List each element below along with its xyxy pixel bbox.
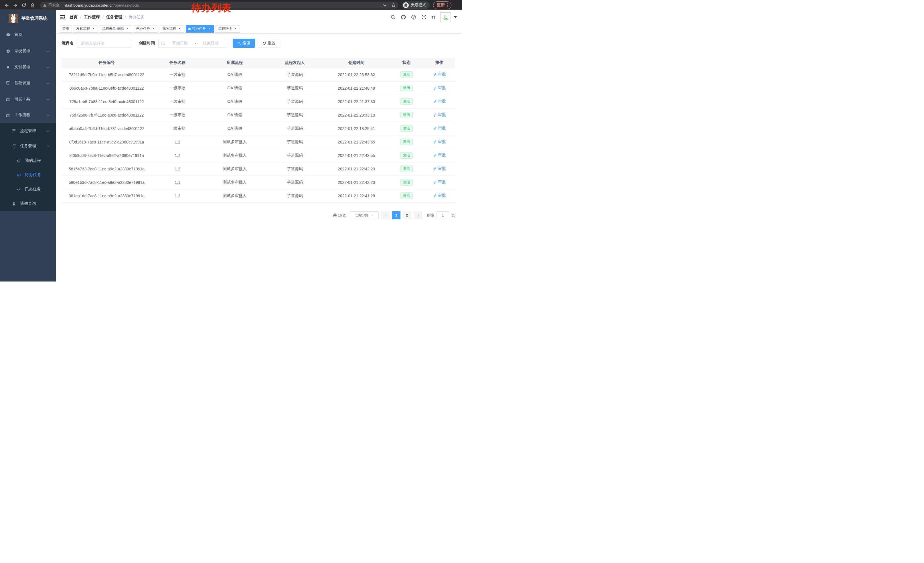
tab-发起流程[interactable]: 发起流程× — [74, 25, 98, 33]
next-page-button[interactable]: › — [414, 211, 422, 219]
approve-link[interactable]: 审批 — [433, 126, 446, 131]
cell-starter: 芋道源码 — [266, 135, 324, 149]
tab-待办任务[interactable]: 待办任务× — [186, 25, 214, 33]
saved-password-key-icon[interactable] — [382, 3, 387, 8]
create-time-range-picker[interactable]: 开始日期 - 结束日期 — [158, 39, 227, 48]
search-icon[interactable] — [390, 15, 396, 20]
chevron-up-icon — [46, 114, 50, 117]
avatar-caret-icon[interactable] — [454, 17, 457, 18]
approve-link[interactable]: 审批 — [433, 166, 446, 171]
browser-forward-icon[interactable] — [11, 1, 20, 9]
sidebar-item-infrastructure[interactable]: 基础设施 — [0, 75, 56, 91]
tab-close-icon[interactable]: × — [233, 27, 237, 31]
approve-link[interactable]: 审批 — [433, 72, 446, 77]
workflow-submenu: 流程管理 任务管理 我的流程 待办任务 — [0, 123, 56, 211]
column-header: 操作 — [424, 57, 455, 68]
column-header: 任务名称 — [152, 57, 203, 68]
status-badge: 激活 — [400, 71, 413, 78]
search-button[interactable]: 搜索 — [233, 39, 255, 48]
tab-已办任务[interactable]: 已办任务× — [134, 25, 158, 33]
sidebar-item-system[interactable]: 系统管理 — [0, 43, 56, 59]
tab-close-icon[interactable]: × — [91, 27, 95, 31]
incognito-icon — [403, 2, 409, 8]
goto-page-input[interactable] — [436, 211, 449, 219]
browser-update-button[interactable]: 更新 — [433, 2, 452, 9]
url-text[interactable]: dashboard.yudao.iocoder.cn/bpm/task/todo — [65, 3, 139, 8]
reset-button[interactable]: 重置 — [258, 39, 280, 48]
edit-pencil-icon — [433, 194, 437, 198]
cell-starter: 芋道源码 — [266, 81, 324, 95]
tab-流程详情[interactable]: 流程详情× — [216, 25, 240, 33]
tab-close-icon[interactable]: × — [152, 27, 155, 31]
cell-action: 审批 — [424, 108, 455, 122]
tab-close-icon[interactable]: × — [125, 27, 129, 31]
cell-action: 审批 — [424, 95, 455, 108]
cell-time: 2022-01-21 22:41:29 — [324, 189, 389, 203]
tab-label: 发起流程 — [76, 26, 90, 31]
approve-link[interactable]: 审批 — [433, 139, 446, 144]
sidebar-item-todo-tasks[interactable]: 待办任务 — [0, 168, 56, 182]
app-logo-rabbit — [9, 14, 18, 23]
sidebar-item-devtools[interactable]: 研发工具 — [0, 91, 56, 107]
table-row: 8f0d1619-7ac8-11ec-a9e2-a2380e71991a1.2测… — [62, 135, 455, 149]
prev-page-button[interactable]: ‹ — [381, 211, 390, 219]
page-button-2[interactable]: 2 — [403, 211, 411, 219]
page-button-1[interactable]: 1 — [392, 211, 400, 219]
page-size-select[interactable]: 10条/页 — [350, 211, 379, 219]
approve-link[interactable]: 审批 — [433, 99, 446, 104]
end-date-placeholder[interactable]: 结束日期 — [197, 41, 224, 46]
cell-status: 激活 — [389, 68, 424, 81]
cell-id: 580e1b3d-7ac8-11ec-a9e2-a2380e71991a — [62, 176, 152, 189]
font-size-icon[interactable]: TT — [432, 15, 435, 20]
breadcrumb-home[interactable]: 首页 — [69, 15, 78, 20]
cell-process: 测试多审批人 — [203, 162, 266, 176]
sidebar-item-workflow[interactable]: 工作流程 — [0, 107, 56, 123]
browser-back-icon[interactable] — [2, 1, 11, 9]
cell-name: 一级审批 — [152, 81, 203, 95]
fullscreen-icon[interactable] — [422, 15, 427, 20]
cell-id: 8f0d1619-7ac8-11ec-a9e2-a2380e71991a — [62, 135, 152, 149]
approve-link[interactable]: 审批 — [433, 193, 446, 198]
process-name-input[interactable] — [77, 39, 131, 48]
todo-eye-icon — [16, 173, 21, 177]
app-logo-row[interactable]: 芋道管理系统 — [0, 10, 56, 26]
status-badge: 激活 — [400, 98, 413, 105]
sidebar-item-home[interactable]: 首页 — [0, 26, 56, 43]
avatar[interactable] — [440, 12, 451, 23]
top-navbar: 首页 / 工作流程 / 任务管理 / 待办任务 TT — [56, 10, 462, 24]
tab-流程表单-编辑[interactable]: 流程表单-编辑× — [100, 25, 132, 33]
tab-首页[interactable]: 首页 — [60, 25, 72, 33]
approve-link[interactable]: 审批 — [433, 153, 446, 158]
sidebar-item-process-management[interactable]: 流程管理 — [0, 123, 56, 138]
cell-status: 激活 — [389, 135, 424, 149]
chevron-down-icon — [46, 49, 50, 52]
chevron-down-icon — [371, 214, 373, 216]
sidebar-item-leave-query[interactable]: 请假查询 — [0, 197, 56, 211]
status-badge: 激活 — [400, 85, 413, 91]
github-icon[interactable] — [401, 15, 406, 20]
approve-link[interactable]: 审批 — [433, 86, 446, 90]
tab-close-icon[interactable]: × — [177, 27, 182, 31]
approve-link[interactable]: 审批 — [433, 180, 446, 185]
start-date-placeholder[interactable]: 开始日期 — [166, 41, 194, 46]
cell-action: 审批 — [424, 81, 455, 95]
browser-reload-icon[interactable] — [20, 1, 28, 9]
tab-我的流程[interactable]: 我的流程× — [160, 25, 184, 33]
bookmark-star-icon[interactable] — [391, 3, 396, 8]
tab-close-icon[interactable]: × — [207, 27, 211, 31]
incognito-badge: 无痕模式 — [402, 2, 430, 9]
sidebar-item-task-management[interactable]: 任务管理 — [0, 138, 56, 153]
sidebar-item-my-process[interactable]: 我的流程 — [0, 153, 56, 168]
chevron-down-icon — [46, 81, 50, 84]
sidebar-item-done-tasks[interactable]: 已办任务 — [0, 182, 56, 197]
help-icon[interactable] — [411, 15, 417, 20]
cell-process: OA 请假 — [203, 122, 266, 135]
breadcrumb-task-management[interactable]: 任务管理 — [106, 15, 122, 20]
breadcrumb-workflow[interactable]: 工作流程 — [84, 15, 100, 20]
approve-link[interactable]: 审批 — [433, 112, 446, 117]
not-secure-label[interactable]: 不安全 — [48, 3, 60, 8]
sidebar-fold-icon[interactable] — [56, 10, 69, 24]
sidebar-item-payment[interactable]: ¥ 支付管理 — [0, 59, 56, 75]
browser-menu-kebab-icon[interactable] — [447, 3, 448, 7]
browser-home-icon[interactable] — [28, 1, 37, 9]
